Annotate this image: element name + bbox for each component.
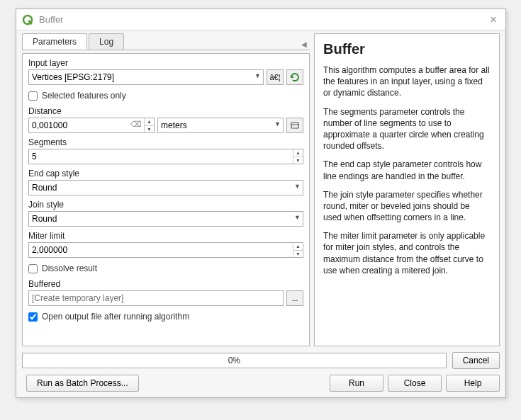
tab-bar: Parameters Log ◀ <box>22 33 310 50</box>
tab-log[interactable]: Log <box>89 33 124 50</box>
input-layer-select[interactable] <box>28 69 264 85</box>
progress-text: 0% <box>228 356 240 365</box>
progress-bar: 0% <box>22 353 447 368</box>
form-area: Input layer ▼ â€¦ Selected featur <box>22 53 310 346</box>
clear-icon[interactable]: ⌫ <box>130 120 142 129</box>
join-style-label: Join style <box>28 200 303 210</box>
open-output-label: Open output file after running algorithm <box>42 312 189 322</box>
qgis-icon <box>22 14 33 25</box>
parameters-pane: Parameters Log ◀ Input layer ▼ â€¦ <box>22 33 310 346</box>
close-button[interactable]: Close <box>388 375 442 392</box>
segments-label: Segments <box>28 137 303 147</box>
help-paragraph: The join style parameter specifies wheth… <box>323 189 491 224</box>
run-batch-button[interactable]: Run as Batch Process... <box>26 375 139 392</box>
selected-only-label: Selected features only <box>42 91 126 101</box>
help-paragraph: The end cap style parameter controls how… <box>323 159 491 181</box>
svg-rect-1 <box>291 123 298 128</box>
help-paragraph: This algorithm computes a buffer area fo… <box>323 64 491 99</box>
buffered-output-input[interactable] <box>28 290 284 306</box>
join-style-select[interactable] <box>28 211 303 227</box>
segments-input[interactable] <box>28 149 303 164</box>
data-defined-button[interactable] <box>286 118 303 133</box>
open-output-checkbox[interactable] <box>28 312 38 322</box>
end-cap-select[interactable] <box>28 180 303 195</box>
distance-spinner[interactable]: ▲▼ <box>144 118 154 132</box>
help-button[interactable]: Help <box>446 375 500 392</box>
help-title: Buffer <box>323 41 491 57</box>
tab-parameters[interactable]: Parameters <box>22 33 87 50</box>
selected-only-checkbox[interactable] <box>28 91 38 101</box>
cancel-button[interactable]: Cancel <box>452 352 500 369</box>
dissolve-checkbox[interactable] <box>28 264 38 273</box>
browse-output-button[interactable]: ... <box>286 290 303 306</box>
browse-layer-button[interactable]: â€¦ <box>267 69 284 85</box>
miter-spinner[interactable]: ▲▼ <box>293 243 303 257</box>
miter-input[interactable] <box>28 242 303 258</box>
end-cap-label: End cap style <box>28 169 303 178</box>
miter-label: Miter limit <box>28 231 303 241</box>
buffered-label: Buffered <box>28 279 303 289</box>
run-button[interactable]: Run <box>330 375 383 392</box>
iterate-button[interactable] <box>286 69 303 85</box>
input-layer-label: Input layer <box>28 58 303 68</box>
dissolve-label: Dissolve result <box>42 263 97 273</box>
help-pane: Buffer This algorithm computes a buffer … <box>314 33 500 346</box>
help-paragraph: The miter limit parameter is only applic… <box>323 230 491 276</box>
help-paragraph: The segments parameter controls the numb… <box>323 106 491 152</box>
segments-spinner[interactable]: ▲▼ <box>293 149 303 164</box>
distance-unit-select[interactable] <box>157 118 284 133</box>
buffer-dialog: Buffer × Parameters Log ◀ Input layer ▼ <box>16 8 506 398</box>
tab-nav-left-icon[interactable]: ◀ <box>298 39 310 50</box>
distance-label: Distance <box>28 106 303 116</box>
window-title: Buffer <box>39 14 487 25</box>
close-icon[interactable]: × <box>487 13 500 26</box>
titlebar: Buffer × <box>16 9 505 30</box>
